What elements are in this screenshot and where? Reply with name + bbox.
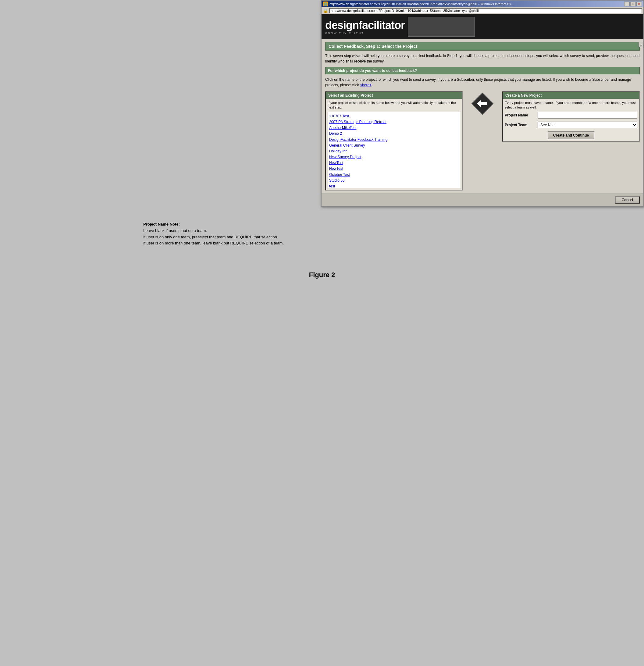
logo-design: designfacilitator <box>325 19 405 31</box>
list-item: Studio 56 <box>329 178 459 183</box>
left-panel-desc: If your project exists, click on its nam… <box>328 101 460 110</box>
list-item: General Client Survey <box>329 143 459 148</box>
create-continue-button[interactable]: Create and Continue <box>548 132 594 139</box>
right-panel-desc: Every project must have a name. If you a… <box>505 101 637 110</box>
instruction-text: Click on the name of the project for whi… <box>325 77 640 88</box>
titlebar-text: 🌐 http://www.designfacilitator.com/?Proj… <box>323 1 514 6</box>
note-line-2: If user is on only one team, preselect t… <box>143 234 644 241</box>
left-panel: Select an Existing Project If your proje… <box>325 91 463 191</box>
project-team-label: Project Team <box>505 123 535 127</box>
project-link-9[interactable]: NewTest <box>329 166 459 172</box>
section-header: For which project do you want to collect… <box>325 67 640 74</box>
list-item: Demo 2 <box>329 131 459 137</box>
project-list: 110707 Test2007 PA Strategic Planning Re… <box>329 113 459 188</box>
page-content: ▲ Collect Feedback, Step 1: Select the P… <box>321 39 643 194</box>
logo-image <box>408 17 475 37</box>
note-line-1: Leave blank if user is not on a team. <box>143 228 644 234</box>
here-link[interactable]: <here> <box>360 83 371 87</box>
project-link-0[interactable]: 110707 Test <box>329 113 459 119</box>
page-header: Collect Feedback, Step 1: Select the Pro… <box>325 42 640 51</box>
project-link-4[interactable]: DesignFacilitator Feedback Training <box>329 137 459 143</box>
project-team-row: Project Team See Note <box>505 122 637 128</box>
project-link-10[interactable]: October Test <box>329 172 459 178</box>
address-bar[interactable] <box>329 8 642 13</box>
browser-title: http://www.designfacilitator.com/?Projec… <box>329 2 514 6</box>
or-arrows-icon: OR <box>470 91 495 116</box>
project-name-input[interactable] <box>538 112 637 119</box>
minimize-button[interactable]: ─ <box>624 1 630 6</box>
list-item: 2007 PA Strategic Planning Retreat <box>329 119 459 125</box>
logo-area: designfacilitator KNOW THY CLIENT <box>321 14 643 39</box>
right-panel: Create a New Project Every project must … <box>502 91 640 142</box>
list-item: NewTest <box>329 160 459 166</box>
close-button[interactable]: ✕ <box>637 1 642 6</box>
left-panel-header: Select an Existing Project <box>326 92 462 99</box>
project-list-container[interactable]: 110707 Test2007 PA Strategic Planning Re… <box>328 112 460 188</box>
browser-toolbar: 🔒 <box>321 7 643 14</box>
project-link-8[interactable]: NewTest <box>329 160 459 166</box>
project-link-7[interactable]: New Survey Project <box>329 154 459 160</box>
list-item: DesignFacilitator Feedback Training <box>329 137 459 143</box>
browser-controls: ─ □ ✕ <box>624 1 642 6</box>
list-item: October Test <box>329 172 459 178</box>
page-icon: 🔒 <box>323 8 328 13</box>
scroll-up-button[interactable]: ▲ <box>639 42 643 47</box>
list-item: test <box>329 183 459 188</box>
note-title: Project Name Note: <box>143 222 644 226</box>
or-divider: OR <box>467 91 498 116</box>
browser-titlebar: 🌐 http://www.designfacilitator.com/?Proj… <box>321 1 643 7</box>
right-panel-header: Create a New Project <box>503 92 639 99</box>
list-item: NewTest <box>329 166 459 172</box>
project-name-label: Project Name <box>505 113 535 117</box>
maximize-button[interactable]: □ <box>630 1 636 6</box>
list-item: AnotherMikeTest <box>329 125 459 131</box>
project-link-5[interactable]: General Client Survey <box>329 143 459 148</box>
project-link-1[interactable]: 2007 PA Strategic Planning Retreat <box>329 119 459 125</box>
intro-text: This seven-step wizard will help you cre… <box>325 53 640 64</box>
list-item: Holiday Inn <box>329 148 459 154</box>
list-item: New Survey Project <box>329 154 459 160</box>
logo-text: designfacilitator <box>325 19 405 32</box>
project-link-6[interactable]: Holiday Inn <box>329 148 459 154</box>
logo-subtitle: KNOW THY CLIENT <box>325 32 405 35</box>
two-column-layout: Select an Existing Project If your proje… <box>325 91 640 191</box>
project-link-2[interactable]: AnotherMikeTest <box>329 125 459 131</box>
project-link-12[interactable]: test <box>329 183 459 188</box>
cancel-button[interactable]: Cancel <box>615 196 640 204</box>
note-line-3: If user is on more than one team, leave … <box>143 240 644 247</box>
browser-icon: 🌐 <box>323 1 328 6</box>
bottom-bar: Cancel <box>321 194 643 206</box>
notes-section: Project Name Note: Leave blank if user i… <box>143 222 644 247</box>
project-team-select[interactable]: See Note <box>538 122 637 128</box>
project-name-row: Project Name <box>505 112 637 119</box>
svg-text:OR: OR <box>480 102 485 105</box>
project-link-3[interactable]: Demo 2 <box>329 131 459 137</box>
list-item: 110707 Test <box>329 113 459 119</box>
project-link-11[interactable]: Studio 56 <box>329 178 459 183</box>
figure-caption: Figure 2 <box>0 271 644 279</box>
instruction-end: . <box>371 83 372 87</box>
